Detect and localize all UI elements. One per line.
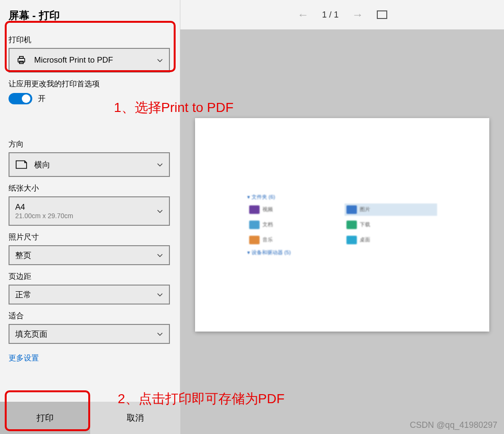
preview-stage: ▾ 文件夹 (6) 视频 图片 文档 下载 音乐 桌面 ▾ 设备和驱动器 (5) (180, 29, 504, 434)
allow-change-toggle[interactable] (9, 93, 32, 104)
paper-select[interactable]: A4 21.00cm x 29.70cm (9, 196, 170, 226)
printer-icon (15, 54, 28, 66)
orientation-select[interactable]: 横向 (9, 152, 170, 177)
folder-item: 桌面 (345, 234, 437, 246)
fit-label: 适合 (9, 311, 171, 321)
print-dialog: 屏幕 - 打印 × 打印机 Microsoft Print to PDF 让应用… (0, 0, 504, 434)
cancel-button[interactable]: 取消 (90, 402, 180, 434)
paper-value: A4 (15, 203, 157, 212)
margin-select[interactable]: 正常 (9, 285, 170, 305)
folder-item: 下载 (345, 219, 437, 231)
more-settings-link[interactable]: 更多设置 (9, 353, 39, 363)
photo-size-select[interactable]: 整页 (9, 245, 170, 265)
next-page-icon[interactable]: → (352, 8, 364, 21)
allow-change-row: 开 (9, 93, 171, 104)
photo-size-label: 照片尺寸 (9, 232, 171, 242)
printer-label: 打印机 (9, 35, 171, 45)
folder-icon (346, 236, 357, 244)
folder-item: 文档 (247, 219, 340, 231)
orientation-value: 横向 (34, 159, 157, 170)
chevron-down-icon (157, 252, 163, 259)
folders-header: ▾ 文件夹 (6) (247, 194, 437, 201)
printer-value: Microsoft Print to PDF (34, 55, 157, 65)
preview-content: ▾ 文件夹 (6) 视频 图片 文档 下载 音乐 桌面 ▾ 设备和驱动器 (5) (247, 191, 437, 259)
folder-item: 音乐 (247, 234, 340, 246)
folder-icon (346, 221, 357, 229)
preview-toolbar: ← 1 / 1 → (180, 0, 504, 29)
paper-sub: 21.00cm x 29.70cm (15, 212, 157, 220)
fit-select[interactable]: 填充页面 (9, 324, 170, 344)
allow-change-label: 让应用更改我的打印首选项 (9, 79, 171, 89)
orientation-label: 方向 (9, 139, 171, 149)
landscape-icon (15, 158, 28, 171)
folder-icon (249, 221, 260, 229)
chevron-down-icon (157, 208, 163, 214)
toggle-value: 开 (38, 94, 46, 104)
settings-panel: 打印机 Microsoft Print to PDF 让应用更改我的打印首选项 … (0, 0, 180, 434)
chevron-down-icon (157, 57, 163, 64)
photo-size-value: 整页 (15, 250, 157, 261)
preview-panel: ← 1 / 1 → ▾ 文件夹 (6) 视频 图片 文档 下载 音乐 桌面 ▾ (180, 0, 504, 434)
folder-item: 视频 (247, 203, 340, 216)
paper-label: 纸张大小 (9, 184, 171, 194)
print-button[interactable]: 打印 (0, 402, 90, 434)
margin-label: 页边距 (9, 272, 171, 282)
page-indicator: 1 / 1 (322, 10, 338, 20)
svg-rect-0 (18, 58, 25, 62)
chevron-down-icon (157, 331, 163, 337)
fit-value: 填充页面 (15, 329, 157, 340)
svg-rect-1 (19, 56, 23, 58)
folder-icon (249, 205, 260, 214)
chevron-down-icon (157, 161, 163, 168)
chevron-down-icon (157, 291, 163, 298)
fit-page-icon[interactable] (377, 10, 387, 19)
folder-icon (249, 236, 260, 244)
printer-select[interactable]: Microsoft Print to PDF (9, 48, 170, 73)
folder-icon (346, 205, 357, 214)
prev-page-icon[interactable]: ← (297, 8, 308, 21)
margin-value: 正常 (15, 289, 157, 300)
devices-header: ▾ 设备和驱动器 (5) (247, 249, 437, 256)
dialog-footer: 打印 取消 (0, 402, 180, 434)
folder-item: 图片 (345, 203, 437, 216)
preview-page: ▾ 文件夹 (6) 视频 图片 文档 下载 音乐 桌面 ▾ 设备和驱动器 (5) (195, 118, 489, 332)
watermark: CSDN @qq_41980297 (410, 420, 497, 430)
